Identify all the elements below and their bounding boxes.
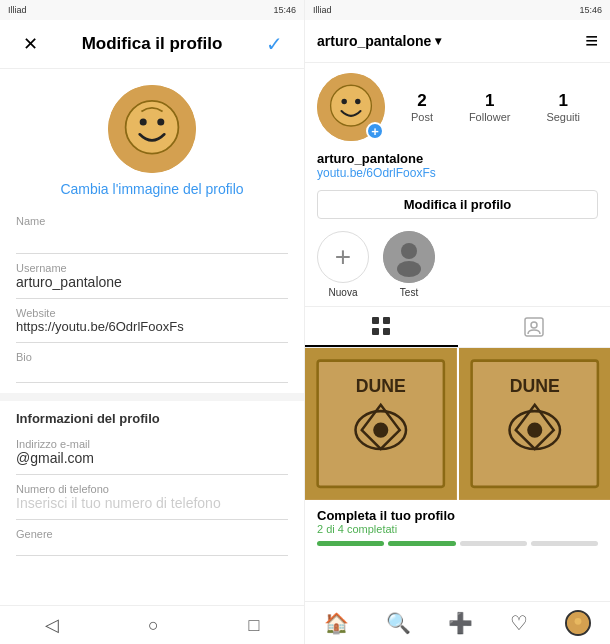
right-time: 15:46 xyxy=(579,5,602,15)
gender-field[interactable]: Genere xyxy=(16,520,288,556)
gender-label: Genere xyxy=(16,528,288,540)
svg-rect-11 xyxy=(372,317,379,324)
bio-field[interactable]: Bio xyxy=(16,343,288,383)
name-field[interactable]: Name xyxy=(16,207,288,254)
profile-link[interactable]: youtu.be/6OdrlFooxFs xyxy=(317,166,598,180)
svg-point-7 xyxy=(355,99,360,104)
tab-grid[interactable] xyxy=(305,307,458,347)
username-label: Username xyxy=(16,262,288,274)
recents-nav-left[interactable]: □ xyxy=(248,615,259,636)
edit-profile-title: Modifica il profilo xyxy=(82,34,223,54)
username-value[interactable]: arturo_pantalone xyxy=(16,274,288,290)
phone-placeholder[interactable]: Inserisci il tuo numero di telefono xyxy=(16,495,288,511)
website-field[interactable]: Website https://youtu.be/6OdrlFooxFs xyxy=(16,299,288,343)
progress-dot-1 xyxy=(317,541,384,546)
post-count: 2 xyxy=(417,91,426,111)
confirm-button[interactable]: ✓ xyxy=(260,30,288,58)
svg-point-3 xyxy=(157,118,164,125)
profile-display-username: arturo_pantalone xyxy=(317,151,598,166)
new-story-item[interactable]: + Nuova xyxy=(317,231,369,298)
email-field[interactable]: Indirizzo e-mail @gmail.com xyxy=(16,430,288,475)
svg-text:DUNE: DUNE xyxy=(509,376,559,396)
svg-rect-12 xyxy=(383,317,390,324)
section-profile-info: Informazioni del profilo xyxy=(0,401,304,430)
back-nav-left[interactable]: ◁ xyxy=(45,614,59,636)
profile-nav-right[interactable] xyxy=(565,610,591,636)
svg-rect-14 xyxy=(383,328,390,335)
search-nav-right[interactable]: 🔍 xyxy=(386,611,411,635)
website-label: Website xyxy=(16,307,288,319)
following-count: 1 xyxy=(558,91,567,111)
grid-icon xyxy=(371,316,391,336)
bio-label: Bio xyxy=(16,351,288,363)
edit-profile-button[interactable]: Modifica il profilo xyxy=(317,190,598,219)
website-value[interactable]: https://youtu.be/6OdrlFooxFs xyxy=(16,319,288,334)
progress-dot-3 xyxy=(460,541,527,546)
hamburger-menu[interactable]: ≡ xyxy=(585,30,598,52)
complete-profile-subtitle: 2 di 4 completati xyxy=(317,523,598,535)
add-story-icon[interactable]: + xyxy=(366,122,384,140)
svg-point-2 xyxy=(140,118,147,125)
svg-point-10 xyxy=(397,261,421,277)
svg-point-28 xyxy=(575,618,582,625)
svg-point-16 xyxy=(531,322,537,328)
person-tag-icon xyxy=(524,317,544,337)
right-carrier: Illiad xyxy=(313,5,332,15)
home-nav-left[interactable]: ○ xyxy=(148,615,159,636)
profile-avatar-left xyxy=(108,85,196,173)
new-story-label: Nuova xyxy=(329,287,358,298)
test-story-label: Test xyxy=(400,287,418,298)
svg-text:DUNE: DUNE xyxy=(356,376,406,396)
following-stat[interactable]: 1 Seguiti xyxy=(546,91,580,123)
progress-dot-4 xyxy=(531,541,598,546)
photo-cell-2[interactable]: DUNE xyxy=(459,348,611,500)
follower-count: 1 xyxy=(485,91,494,111)
svg-rect-13 xyxy=(372,328,379,335)
email-label: Indirizzo e-mail xyxy=(16,438,288,450)
username-header[interactable]: arturo_pantalone ▾ xyxy=(317,33,441,49)
phone-field[interactable]: Numero di telefono Inserisci il tuo nume… xyxy=(16,475,288,520)
test-story-item[interactable]: Test xyxy=(383,231,435,298)
svg-point-6 xyxy=(341,99,346,104)
name-value[interactable] xyxy=(16,227,288,245)
home-nav-right[interactable]: 🏠 xyxy=(324,611,349,635)
follower-stat[interactable]: 1 Follower xyxy=(469,91,511,123)
complete-profile-title: Completa il tuo profilo xyxy=(317,508,598,523)
header-username: arturo_pantalone xyxy=(317,33,431,49)
svg-point-9 xyxy=(401,243,417,259)
chevron-down-icon: ▾ xyxy=(435,34,441,48)
heart-nav-right[interactable]: ♡ xyxy=(510,611,528,635)
left-carrier: Illiad xyxy=(8,5,27,15)
phone-label: Numero di telefono xyxy=(16,483,288,495)
name-label: Name xyxy=(16,215,288,227)
photo-cell-1[interactable]: DUNE xyxy=(305,348,457,500)
progress-dot-2 xyxy=(388,541,455,546)
change-photo-link[interactable]: Cambia l'immagine del profilo xyxy=(60,181,243,197)
following-label: Seguiti xyxy=(546,111,580,123)
username-field[interactable]: Username arturo_pantalone xyxy=(16,254,288,299)
add-nav-right[interactable]: ➕ xyxy=(448,611,473,635)
post-label: Post xyxy=(411,111,433,123)
tab-tagged[interactable] xyxy=(458,307,611,347)
email-value[interactable]: @gmail.com xyxy=(16,450,288,466)
svg-point-26 xyxy=(527,422,542,437)
follower-label: Follower xyxy=(469,111,511,123)
close-button[interactable]: ✕ xyxy=(16,30,44,58)
svg-point-21 xyxy=(373,422,388,437)
left-time: 15:46 xyxy=(273,5,296,15)
post-stat[interactable]: 2 Post xyxy=(411,91,433,123)
svg-point-5 xyxy=(331,85,372,126)
